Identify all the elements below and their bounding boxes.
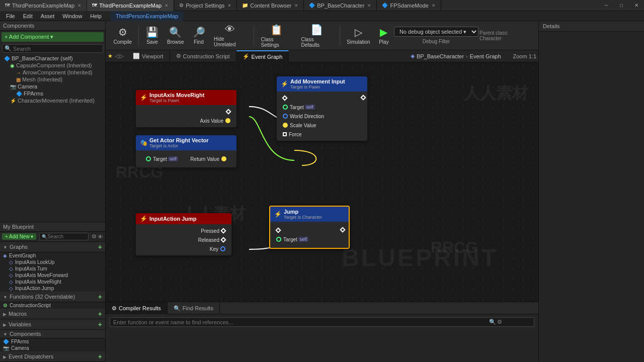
add-graph-button[interactable]: +	[98, 243, 102, 251]
node-subtitle-moveright: Target is Pawn	[149, 98, 204, 103]
menu-asset[interactable]: Asset	[37, 11, 59, 21]
tab-close-5[interactable]: ✕	[367, 3, 371, 8]
browse-button[interactable]: 🔍 Browse	[164, 24, 188, 47]
functions-section-header[interactable]: ▼Functions (32 Overridable) +	[0, 292, 105, 302]
node-input-action-jump[interactable]: ⚡ InputAction Jump Pressed Released	[136, 213, 231, 255]
tab-thirdperson-1[interactable]: 🗺 ThirdPersonExampleMap ✕	[0, 0, 87, 11]
component-search[interactable]: 🔍	[2, 44, 103, 53]
target-pin	[283, 105, 288, 110]
graph-item-jump[interactable]: ◇InputAction Jump	[6, 285, 105, 292]
blueprint-search-input[interactable]	[47, 234, 86, 239]
tree-item-mesh[interactable]: ▦ Mesh (Inherited)	[12, 76, 105, 83]
save-button[interactable]: 💾 Save	[142, 24, 162, 47]
tab-fps-game-mode[interactable]: 🔷 FPSdameMode ✕	[377, 0, 441, 11]
tab-close-6[interactable]: ✕	[432, 3, 436, 8]
debug-object-select[interactable]: No debug object selected ▾	[394, 27, 478, 37]
filter-icon[interactable]: ⚙	[92, 233, 97, 240]
tree-item-charmove[interactable]: ⚡ CharacterMovement (Inherited)	[6, 97, 105, 104]
components-bp-section-header[interactable]: ▼Components	[0, 330, 105, 338]
close-button[interactable]: ✕	[629, 0, 644, 11]
maximize-button[interactable]: □	[614, 0, 629, 11]
node-subtitle-garv: Target is Actor	[149, 143, 209, 148]
rrcg-watermark-3: RRCG	[431, 238, 478, 257]
bp-component-fparms[interactable]: 🔷FPArms	[0, 338, 105, 345]
node-title-iaj: InputAction Jump	[149, 216, 197, 222]
node-get-actor-right-vector[interactable]: 🎭 Get Actor Right Vector Target is Actor…	[136, 135, 236, 167]
menu-help[interactable]: Help	[86, 11, 106, 21]
graph-canvas[interactable]: BLUEPRINT RRCG RRCG RRCG 人人素材 人人素材 ⚡	[106, 62, 538, 302]
capsule-icon: ◉	[10, 63, 15, 68]
graph-item-moveright[interactable]: ◇InputAxis MoveRight	[6, 279, 105, 285]
class-defaults-button[interactable]: 📄 Class Defaults	[297, 22, 336, 50]
graph-item-lookup[interactable]: ◇InputAxis LookUp	[6, 259, 105, 265]
tree-item-capsule[interactable]: ◉ CapsuleComponent (Inherited)	[6, 62, 105, 69]
tab-construction-script[interactable]: ⚙ Construction Script	[170, 50, 236, 62]
tab-bar: 🗺 ThirdPersonExampleMap ✕ 🗺 ThirdPersonE…	[0, 0, 644, 11]
component-search-input[interactable]	[13, 46, 101, 52]
nav-forward-icon[interactable]: ▷	[120, 53, 124, 59]
pin-exec-out-moveright	[136, 107, 236, 116]
minimize-button[interactable]: ─	[599, 0, 614, 11]
blueprint-search[interactable]: 🔍	[39, 233, 89, 240]
class-settings-icon: 📋	[270, 24, 283, 36]
search-options-icon[interactable]: ⚙	[497, 319, 502, 325]
tab-compiler-results[interactable]: ⚙ Compiler Results	[106, 302, 168, 314]
simulation-button[interactable]: ▷ Simulation	[343, 24, 374, 47]
tab-find-results[interactable]: 🔍 Find Results	[168, 302, 220, 314]
bp-component-camera[interactable]: 📷Camera	[0, 345, 105, 351]
tab-thirdperson-active[interactable]: 🗺 ThirdPersonExampleMap ✕	[87, 0, 174, 11]
graph-item-moveforward[interactable]: ◇InputAxis MoveForward	[6, 272, 105, 279]
find-references-input[interactable]	[113, 319, 489, 325]
camera-icon: 📷	[10, 84, 16, 89]
tree-item-fparms[interactable]: 🔷 FPArms	[12, 90, 105, 97]
tab-project-settings[interactable]: ⚙ Project Settings ✕	[174, 0, 237, 11]
menu-window[interactable]: Window	[58, 11, 86, 21]
visibility-icon[interactable]: 👁	[98, 234, 103, 240]
tab-close-1[interactable]: ✕	[77, 3, 82, 8]
find-references-search[interactable]: 🔍 ⚙	[110, 317, 534, 327]
toolbar-separator-3	[340, 26, 340, 46]
add-component-button[interactable]: + Add Component ▾	[2, 32, 104, 42]
variables-section-header[interactable]: ▶Variables +	[0, 319, 105, 330]
graphs-section-header[interactable]: ▼Graphs +	[0, 242, 105, 252]
add-macro-button[interactable]: +	[98, 310, 102, 318]
tab-event-graph[interactable]: ⚡ Event Graph	[236, 50, 289, 62]
search-submit-icon[interactable]: 🔍	[489, 319, 496, 325]
tab-bp-base-character[interactable]: 🔷 BP_BaseCharacter ✕	[304, 0, 377, 11]
graph-item-turn[interactable]: ◇InputAxis Turn	[6, 265, 105, 272]
tab-content-browser[interactable]: 📁 Content Browser ✕	[237, 0, 304, 11]
function-item-construction[interactable]: ⚙ConstructionScript	[0, 302, 105, 309]
add-function-button[interactable]: +	[98, 293, 102, 301]
add-new-button[interactable]: + Add New ▾	[2, 233, 36, 240]
tree-item-arrow[interactable]: → ArrowComponent (Inherited)	[12, 69, 105, 76]
graph-item-eventgraph[interactable]: ◈EventGraph	[0, 252, 105, 259]
pressed-pin	[220, 228, 226, 233]
bottom-panel: ⚙ Compiler Results 🔍 Find Results 🔍 ⚙	[106, 302, 538, 362]
hide-unrelated-button[interactable]: 👁 Hide Unrelated	[210, 22, 251, 49]
tab-viewport[interactable]: ⬜ Viewport	[127, 50, 170, 62]
compile-button[interactable]: ⚙ Compile	[110, 24, 135, 47]
class-settings-button[interactable]: 📋 Class Settings	[257, 22, 296, 50]
nav-back-icon[interactable]: ◁	[115, 53, 119, 59]
event-dispatchers-section-header[interactable]: ▶Event Dispatchers +	[0, 351, 105, 362]
menu-file[interactable]: File	[2, 11, 19, 21]
tab-close-2[interactable]: ✕	[165, 3, 169, 8]
tree-item-camera[interactable]: 📷 Camera	[6, 83, 105, 90]
tab-close-3[interactable]: ✕	[227, 3, 231, 8]
add-variable-button[interactable]: +	[98, 320, 102, 328]
pin-released: Released	[136, 235, 231, 244]
add-dispatcher-button[interactable]: +	[98, 352, 102, 360]
menu-edit[interactable]: Edit	[19, 11, 37, 21]
action-icon: ⚡	[140, 215, 147, 222]
play-button[interactable]: ▶ Play	[375, 24, 393, 47]
node-add-movement-input[interactable]: ⚡ Add Movement Input Target is Pawn	[277, 76, 367, 141]
tree-item-self[interactable]: 🔷 BP_BaseCharacter (self)	[0, 55, 105, 62]
blueprint-watermark: BLUEPRINT	[342, 244, 498, 272]
find-button[interactable]: 🔎 Find	[189, 24, 209, 47]
macros-section-header[interactable]: ▶Macros +	[0, 309, 105, 319]
zoom-level: Zoom 1:1	[513, 53, 536, 59]
tab-close-4[interactable]: ✕	[294, 3, 298, 8]
node-input-axis-moveright[interactable]: ⚡ InputAxis MoveRight Target is Pawn Axi…	[136, 90, 236, 127]
node-jump[interactable]: ⚡ Jump Target is Character	[269, 206, 350, 249]
my-blueprint-header[interactable]: My Blueprint	[0, 222, 105, 232]
